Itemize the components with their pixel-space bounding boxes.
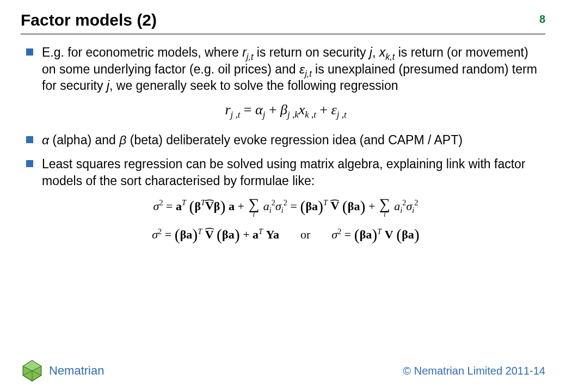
mat-Vhat: V (330, 199, 339, 213)
sym-beta: β (119, 133, 126, 147)
eq-plus: + (243, 228, 253, 241)
bullet-3: Least squares regression can be solved u… (26, 156, 545, 189)
sup-T: T (323, 198, 328, 207)
vec-beta: β (348, 199, 354, 212)
sup-T: T (182, 198, 186, 207)
bullet-2-text: α (alpha) and β (beta) deliberately evok… (42, 132, 463, 148)
text-fragment: , we generally seek to solve the followi… (109, 78, 398, 93)
vec-beta: β (305, 199, 312, 212)
vec-a: a (186, 228, 192, 241)
sup-T: T (198, 227, 202, 236)
page-title: Factor models (2) (21, 11, 157, 29)
eq-plus: + (265, 102, 280, 118)
vec-beta: β (180, 228, 187, 241)
vec-a: a (312, 199, 318, 212)
sup-2: 2 (158, 227, 162, 236)
equation-regression: rj ,t = αj + βj ,kxk ,t + εj ,t (26, 102, 545, 120)
text-fragment: E.g. for econometric models, where (42, 45, 242, 59)
sup-2: 2 (284, 198, 287, 207)
mat-Y: Y (266, 228, 273, 241)
eq-equals: = (344, 228, 354, 241)
eq-r: r (225, 102, 230, 118)
eq-equals: = (290, 199, 300, 212)
sigma-symbol: ∑ (379, 197, 390, 212)
content: E.g. for econometric models, where rj,t … (0, 34, 566, 244)
bullet-2: α (alpha) and β (beta) deliberately evok… (26, 132, 545, 148)
text-fragment: , (372, 45, 379, 59)
vec-beta: β (222, 228, 229, 241)
vec-beta: β (402, 228, 408, 241)
bullet-icon (26, 48, 33, 56)
brand-name: Nematrian (49, 364, 104, 378)
eq-equals: = (240, 102, 255, 118)
sup-2: 2 (337, 227, 341, 236)
sym-sigma: σ (331, 228, 337, 241)
bullet-icon (26, 136, 33, 143)
sub-i: i (400, 206, 402, 215)
equation-variance-line1: σ2 = aT (βTVβ) a + ∑i ai2σi2 = (βa)T V (… (26, 197, 545, 218)
equation-variance-line2: σ2 = (βa)T V (βa) + aT Ya or σ2 = (βa)T … (26, 225, 545, 244)
var-eps: ε (299, 62, 305, 76)
var-eps-sub: j,t (305, 68, 312, 78)
eq-plus: + (368, 199, 378, 212)
eq-beta: β (280, 102, 287, 118)
sup-2: 2 (414, 198, 418, 207)
logo-icon (21, 359, 44, 382)
sym-sigma: σ (153, 199, 159, 212)
mat-Vhat: V (205, 228, 214, 242)
var-r-sub: j,t (247, 52, 254, 62)
bullet-3-text: Least squares regression can be solved u… (42, 156, 545, 189)
mat-V: V (385, 228, 393, 241)
var-x-sub: k,t (385, 52, 395, 62)
sup-T: T (259, 227, 263, 236)
vec-beta: β (194, 199, 201, 212)
eq-r-sub: j ,t (231, 109, 241, 120)
eq-plus: + (316, 102, 331, 118)
eq-equals: = (166, 199, 176, 212)
eq-equals: = (165, 228, 175, 241)
text-or: or (300, 228, 310, 241)
vec-a: a (354, 199, 360, 212)
sym-sigma: σ (152, 228, 158, 241)
var-ai: a (394, 199, 400, 212)
vec-a: a (229, 228, 235, 241)
eq-x: x (299, 102, 305, 118)
sigma-symbol: ∑ (248, 197, 259, 212)
sup-2: 2 (159, 198, 163, 207)
var-sigi: σ (275, 199, 281, 212)
eq-beta-sub: j ,k (287, 109, 299, 120)
var-ai: a (263, 199, 269, 212)
bullet-1-text: E.g. for econometric models, where rj,t … (42, 44, 545, 94)
sum-icon: ∑i (248, 197, 259, 218)
eq-plus: + (237, 199, 247, 212)
var-sigi: σ (406, 199, 412, 212)
footer: Nematrian © Nematrian Limited 2011-14 (0, 359, 566, 382)
sym-alpha: α (42, 133, 49, 147)
vec-a: a (366, 228, 372, 241)
vec-a: a (229, 199, 235, 212)
copyright: © Nematrian Limited 2011-14 (403, 365, 545, 377)
eq-alpha: α (255, 102, 263, 118)
page-number: 8 (539, 13, 545, 26)
sub-i: i (281, 206, 284, 215)
bullet-1: E.g. for econometric models, where rj,t … (26, 44, 545, 94)
sigma-index: i (253, 211, 255, 218)
eq-eps: ε (331, 102, 337, 118)
mat-Vhat: V (205, 199, 214, 213)
bullet-icon (26, 160, 33, 167)
slide: Factor models (2) 8 E.g. for econometric… (0, 0, 566, 392)
var-x: x (379, 45, 386, 59)
var-r: r (242, 45, 247, 59)
vec-a: a (408, 228, 414, 241)
footer-left: Nematrian (21, 359, 104, 382)
text-fragment: (alpha) and (49, 133, 119, 147)
vec-beta: β (360, 228, 366, 241)
text-fragment: is return on security (253, 45, 369, 59)
eq-eps-sub: j ,t (337, 109, 347, 120)
text-fragment: (beta) deliberately evoke regression ide… (126, 133, 462, 147)
sup-T: T (377, 227, 382, 236)
sub-i: i (412, 206, 414, 215)
vec-a: a (253, 228, 259, 241)
sub-i: i (269, 206, 272, 215)
vec-a: a (176, 199, 182, 212)
